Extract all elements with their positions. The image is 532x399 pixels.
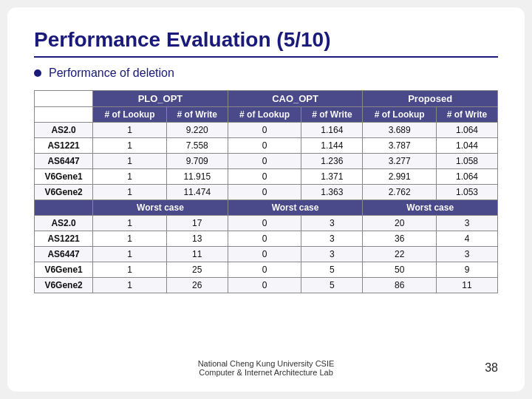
cell: 3.277 — [363, 154, 437, 169]
cell: 5 — [301, 278, 363, 293]
footer: National Cheng Kung University CSIE Comp… — [34, 359, 498, 377]
cell: 1.164 — [301, 123, 363, 138]
cell: 0 — [228, 154, 301, 169]
worst-data-row: V6Gene112505509 — [35, 262, 498, 278]
cell: 11 — [166, 247, 228, 262]
cell: 4 — [436, 231, 497, 247]
table-row: AS2.019.22001.1643.6891.064 — [35, 123, 498, 138]
col-empty — [35, 91, 93, 107]
cell: 1.064 — [436, 169, 497, 185]
row-label: AS6447 — [35, 247, 93, 262]
sub-plo-write: # of Write — [166, 107, 228, 123]
row-label: V6Gene1 — [35, 169, 93, 185]
cell: 1 — [93, 154, 167, 169]
worst-data-row: AS122111303364 — [35, 231, 498, 247]
cell: 2.762 — [363, 185, 437, 200]
cell: 1.064 — [436, 123, 497, 138]
worst-data-row: AS2.011703203 — [35, 216, 498, 231]
col-plo-opt: PLO_OPT — [93, 91, 228, 107]
cell: 2.991 — [363, 169, 437, 185]
worst-prop: Worst case — [363, 200, 498, 216]
cell: 0 — [228, 216, 301, 231]
sub-plo-lookup: # of Lookup — [93, 107, 167, 123]
row-label: AS6447 — [35, 154, 93, 169]
worst-empty — [35, 200, 93, 216]
worst-case-row: Worst caseWorst caseWorst case — [35, 200, 498, 216]
cell: 22 — [363, 247, 437, 262]
col-proposed: Proposed — [363, 91, 498, 107]
cell: 0 — [228, 169, 301, 185]
table-row: V6Gene1111.91501.3712.9911.064 — [35, 169, 498, 185]
bullet-text: Performance of deletion — [49, 66, 174, 80]
cell: 3.787 — [363, 138, 437, 154]
cell: 1.053 — [436, 185, 497, 200]
cell: 3 — [436, 216, 497, 231]
sub-empty — [35, 107, 93, 123]
cell: 0 — [228, 123, 301, 138]
cell: 3 — [301, 231, 363, 247]
cell: 50 — [363, 262, 437, 278]
cell: 1 — [93, 138, 167, 154]
cell: 1.371 — [301, 169, 363, 185]
bullet-icon — [34, 69, 41, 77]
cell: 1 — [93, 278, 167, 293]
col-cao-opt: CAO_OPT — [228, 91, 363, 107]
cell: 5 — [301, 262, 363, 278]
cell: 0 — [228, 262, 301, 278]
sub-cao-write: # of Write — [301, 107, 363, 123]
cell: 1 — [93, 169, 167, 185]
cell: 13 — [166, 231, 228, 247]
cell: 3 — [436, 247, 497, 262]
cell: 1.363 — [301, 185, 363, 200]
cell: 86 — [363, 278, 437, 293]
cell: 1.058 — [436, 154, 497, 169]
cell: 1 — [93, 216, 167, 231]
slide: Performance Evaluation (5/10) Performanc… — [7, 7, 525, 392]
row-label: V6Gene2 — [35, 185, 93, 200]
cell: 9 — [436, 262, 497, 278]
cell: 36 — [363, 231, 437, 247]
cell: 1 — [93, 231, 167, 247]
sub-prop-write: # of Write — [436, 107, 497, 123]
cell: 17 — [166, 216, 228, 231]
cell: 20 — [363, 216, 437, 231]
footer-line1: National Cheng Kung University CSIE — [93, 359, 439, 368]
cell: 3.689 — [363, 123, 437, 138]
performance-table: PLO_OPT CAO_OPT Proposed # of Lookup # o… — [34, 90, 498, 293]
worst-data-row: V6Gene2126058611 — [35, 278, 498, 293]
row-label: AS1221 — [35, 231, 93, 247]
cell: 26 — [166, 278, 228, 293]
cell: 9.220 — [166, 123, 228, 138]
table-row: V6Gene2111.47401.3632.7621.053 — [35, 185, 498, 200]
cell: 1.144 — [301, 138, 363, 154]
cell: 1 — [93, 247, 167, 262]
footer-line2: Computer & Internet Architecture Lab — [93, 368, 439, 377]
cell: 9.709 — [166, 154, 228, 169]
cell: 11.474 — [166, 185, 228, 200]
title-divider — [34, 56, 498, 58]
worst-plo: Worst case — [93, 200, 228, 216]
footer-center: National Cheng Kung University CSIE Comp… — [93, 359, 439, 377]
bullet-line: Performance of deletion — [34, 66, 498, 80]
sub-cao-lookup: # of Lookup — [228, 107, 301, 123]
cell: 11 — [436, 278, 497, 293]
worst-data-row: AS644711103223 — [35, 247, 498, 262]
cell: 0 — [228, 278, 301, 293]
cell: 1 — [93, 185, 167, 200]
slide-title: Performance Evaluation (5/10) — [34, 28, 498, 52]
cell: 3 — [301, 216, 363, 231]
sub-prop-lookup: # of Lookup — [363, 107, 437, 123]
cell: 0 — [228, 231, 301, 247]
cell: 11.915 — [166, 169, 228, 185]
row-label: V6Gene2 — [35, 278, 93, 293]
table-row: AS644719.70901.2363.2771.058 — [35, 154, 498, 169]
cell: 0 — [228, 247, 301, 262]
table-row: AS122117.55801.1443.7871.044 — [35, 138, 498, 154]
row-label: V6Gene1 — [35, 262, 93, 278]
cell: 7.558 — [166, 138, 228, 154]
worst-cao: Worst case — [228, 200, 363, 216]
cell: 1.236 — [301, 154, 363, 169]
cell: 3 — [301, 247, 363, 262]
cell: 25 — [166, 262, 228, 278]
cell: 0 — [228, 185, 301, 200]
